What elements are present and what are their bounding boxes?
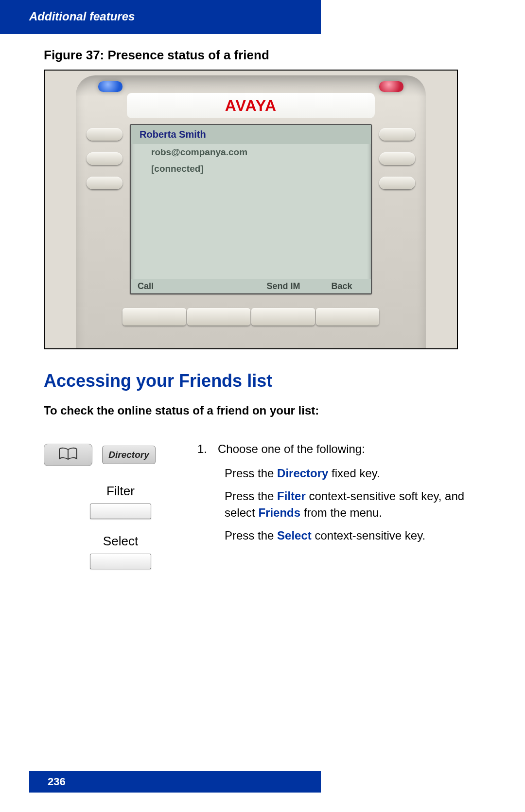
bottom-button-row — [122, 308, 379, 325]
softkey-empty — [196, 281, 254, 291]
side-button[interactable] — [379, 152, 415, 165]
filter-label: Filter — [44, 484, 197, 499]
text: fixed key. — [332, 467, 380, 480]
text: Press the — [225, 529, 277, 542]
directory-key-label: Directory — [108, 450, 149, 460]
softkey-call: Call — [131, 281, 196, 291]
text: context-sensitive key. — [315, 529, 425, 542]
figure-box: AVAYA Roberta Smith robs@companya.com [c… — [44, 70, 458, 349]
side-buttons-left — [87, 128, 122, 189]
step-number: 1. — [197, 441, 209, 457]
step-1b: Press the Filter context-sensitive soft … — [197, 488, 496, 521]
side-button[interactable] — [379, 177, 415, 189]
sub-heading: To check the online status of a friend o… — [44, 404, 496, 417]
select-soft-key[interactable] — [90, 554, 151, 569]
book-icon — [58, 447, 78, 463]
context-button[interactable] — [251, 308, 315, 325]
context-button[interactable] — [316, 308, 380, 325]
section-heading: Accessing your Friends list — [44, 371, 496, 391]
text: Press the — [225, 467, 277, 480]
logo-bar: AVAYA — [127, 93, 375, 118]
context-button[interactable] — [187, 308, 251, 325]
text: Press the — [225, 489, 277, 503]
text: from the menu. — [304, 506, 382, 519]
book-key[interactable] — [44, 444, 92, 466]
page-number: 236 — [48, 776, 66, 788]
filter-soft-key[interactable] — [90, 504, 151, 519]
screen-contact-status: [connected] — [131, 161, 371, 177]
avaya-logo: AVAYA — [225, 97, 277, 115]
step-intro: Choose one of the following: — [218, 441, 365, 457]
directory-key[interactable]: Directory — [102, 446, 156, 464]
step-1a: Press the Directory fixed key. — [197, 465, 496, 482]
side-button[interactable] — [87, 128, 122, 141]
header-title: Additional features — [29, 10, 135, 23]
friends-ref: Friends — [258, 506, 300, 519]
step-1c: Press the Select context-sensitive key. — [197, 527, 496, 544]
filter-key-group: Filter — [44, 484, 197, 519]
select-label: Select — [44, 534, 197, 549]
figure-caption: Figure 37: Presence status of a friend — [44, 48, 496, 63]
phone-screen: Roberta Smith robs@companya.com [connect… — [130, 124, 372, 294]
screen-softkey-row: Call Send IM Back — [131, 279, 371, 293]
right-column: 1. Choose one of the following: Press th… — [197, 441, 496, 584]
side-button[interactable] — [87, 177, 122, 189]
footer-bar: 236 — [29, 771, 321, 793]
screen-contact-email: robs@companya.com — [131, 144, 371, 161]
side-button[interactable] — [87, 152, 122, 165]
screen-fill — [131, 177, 371, 279]
filter-ref: Filter — [277, 489, 306, 503]
step-1: 1. Choose one of the following: — [197, 441, 496, 457]
phone-body: AVAYA Roberta Smith robs@companya.com [c… — [76, 75, 426, 349]
instruction-row: Directory Filter Select 1. Choose one of… — [44, 441, 496, 584]
led-blue-icon — [98, 81, 122, 92]
directory-ref: Directory — [277, 467, 328, 480]
softkey-back: Back — [313, 281, 371, 291]
select-ref: Select — [277, 529, 312, 542]
softkey-send-im: Send IM — [254, 281, 313, 291]
select-key-group: Select — [44, 534, 197, 569]
directory-key-row: Directory — [44, 444, 197, 466]
context-button[interactable] — [122, 308, 186, 325]
led-red-icon — [379, 81, 403, 92]
header-bar: Additional features — [0, 0, 321, 34]
screen-contact-name: Roberta Smith — [131, 125, 371, 144]
side-buttons-right — [379, 128, 415, 189]
page-content: Figure 37: Presence status of a friend A… — [0, 34, 525, 584]
left-column: Directory Filter Select — [44, 441, 197, 584]
side-button[interactable] — [379, 128, 415, 141]
